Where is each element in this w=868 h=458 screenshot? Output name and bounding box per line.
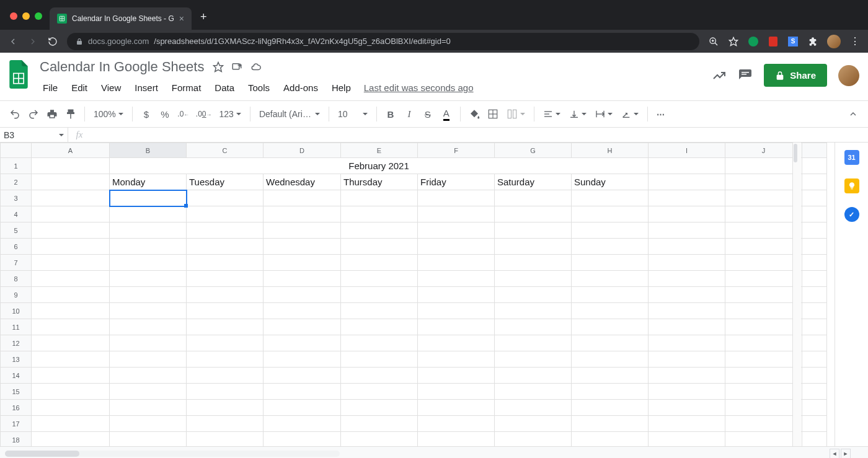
cell-I5[interactable] (649, 222, 725, 239)
extensions-icon[interactable] (807, 36, 818, 47)
menu-insert[interactable]: Insert (129, 80, 164, 95)
cell-blank[interactable] (802, 222, 827, 239)
cell-D7[interactable] (264, 255, 341, 271)
menu-file[interactable]: File (37, 80, 63, 95)
cell-blank[interactable] (802, 416, 827, 432)
cell-E5[interactable] (341, 222, 418, 239)
cell-blank[interactable] (802, 158, 827, 174)
col-header-A[interactable]: A (32, 143, 110, 158)
cell-G13[interactable] (495, 351, 572, 368)
cell-G12[interactable] (495, 335, 572, 351)
cell-I2[interactable] (649, 174, 725, 190)
cell-D4[interactable] (264, 206, 341, 222)
cell-I15[interactable] (649, 384, 725, 400)
cell-G15[interactable] (495, 384, 572, 400)
cell-E8[interactable] (341, 271, 418, 287)
cell-I4[interactable] (649, 206, 725, 222)
cell-C14[interactable] (187, 368, 264, 384)
cell-B17[interactable] (110, 416, 187, 432)
cell-C2[interactable]: Tuesday (187, 174, 264, 190)
row-header-18[interactable]: 18 (1, 432, 32, 447)
prev-sheet-icon[interactable]: ◄ (830, 449, 839, 459)
cell-C11[interactable] (187, 319, 264, 335)
cell-G8[interactable] (495, 271, 572, 287)
cell-F16[interactable] (418, 400, 495, 416)
cell-A12[interactable] (32, 335, 110, 351)
cell-F9[interactable] (418, 287, 495, 303)
cell-D9[interactable] (264, 287, 341, 303)
spreadsheet-grid[interactable]: ABCDEFGHIJ1February 20212MondayTuesdayWe… (0, 143, 827, 446)
extension-icon-1[interactable] (748, 36, 759, 47)
menu-tools[interactable]: Tools (242, 80, 275, 95)
cell-E14[interactable] (341, 368, 418, 384)
cell-B3[interactable] (110, 190, 187, 206)
reload-button[interactable] (47, 36, 58, 47)
cell-H13[interactable] (572, 351, 649, 368)
cell-A17[interactable] (32, 416, 110, 432)
cell-A11[interactable] (32, 319, 110, 335)
cell-I17[interactable] (649, 416, 725, 432)
cell-H18[interactable] (572, 432, 649, 447)
cell-D6[interactable] (264, 239, 341, 255)
bookmark-star-icon[interactable] (728, 36, 739, 47)
cell-F4[interactable] (418, 206, 495, 222)
cell-G2[interactable]: Saturday (495, 174, 572, 190)
cell-J11[interactable] (725, 319, 802, 335)
cell-blank[interactable] (802, 174, 827, 190)
cell-blank[interactable] (802, 239, 827, 255)
cell-E11[interactable] (341, 319, 418, 335)
cell-J9[interactable] (725, 287, 802, 303)
cell-F8[interactable] (418, 271, 495, 287)
cell-F7[interactable] (418, 255, 495, 271)
cell-D13[interactable] (264, 351, 341, 368)
percent-button[interactable]: % (156, 105, 174, 123)
cell-A5[interactable] (32, 222, 110, 239)
cell-I6[interactable] (649, 239, 725, 255)
cell-A6[interactable] (32, 239, 110, 255)
cell-E4[interactable] (341, 206, 418, 222)
cell-A3[interactable] (32, 190, 110, 206)
cell-B16[interactable] (110, 400, 187, 416)
zoom-icon[interactable] (708, 36, 719, 47)
cell-F17[interactable] (418, 416, 495, 432)
cell-E2[interactable]: Thursday (341, 174, 418, 190)
cell-J10[interactable] (725, 303, 802, 319)
cell-B7[interactable] (110, 255, 187, 271)
row-header-1[interactable]: 1 (1, 158, 32, 174)
fill-color-button[interactable] (466, 105, 483, 123)
cell-blank[interactable] (802, 255, 827, 271)
cell-J7[interactable] (725, 255, 802, 271)
cell-G16[interactable] (495, 400, 572, 416)
cell-I8[interactable] (649, 271, 725, 287)
cell-J1[interactable] (725, 158, 802, 174)
move-icon[interactable] (231, 61, 242, 73)
cell-C13[interactable] (187, 351, 264, 368)
back-button[interactable] (7, 36, 19, 47)
row-header-17[interactable]: 17 (1, 416, 32, 432)
cell-blank[interactable] (802, 271, 827, 287)
cell-J16[interactable] (725, 400, 802, 416)
redo-button[interactable] (25, 105, 42, 123)
borders-button[interactable] (484, 105, 502, 123)
print-button[interactable] (43, 105, 61, 123)
cell-D12[interactable] (264, 335, 341, 351)
vertical-scrollbar[interactable] (792, 143, 801, 446)
strikethrough-button[interactable]: S (419, 105, 436, 123)
zoom-dropdown[interactable]: 100% (90, 109, 127, 119)
row-header-4[interactable]: 4 (1, 206, 32, 222)
cell-blank[interactable] (802, 206, 827, 222)
cell-J4[interactable] (725, 206, 802, 222)
number-format-dropdown[interactable]: 123 (216, 109, 245, 119)
row-header-2[interactable]: 2 (1, 174, 32, 190)
cell-C18[interactable] (187, 432, 264, 447)
cell-I11[interactable] (649, 319, 725, 335)
cell-D14[interactable] (264, 368, 341, 384)
cell-E10[interactable] (341, 303, 418, 319)
cell-B12[interactable] (110, 335, 187, 351)
maximize-window[interactable] (35, 12, 42, 20)
cell-I13[interactable] (649, 351, 725, 368)
v-align-button[interactable] (565, 109, 590, 119)
col-header-blank[interactable] (802, 143, 827, 158)
cell-C9[interactable] (187, 287, 264, 303)
cell-F10[interactable] (418, 303, 495, 319)
